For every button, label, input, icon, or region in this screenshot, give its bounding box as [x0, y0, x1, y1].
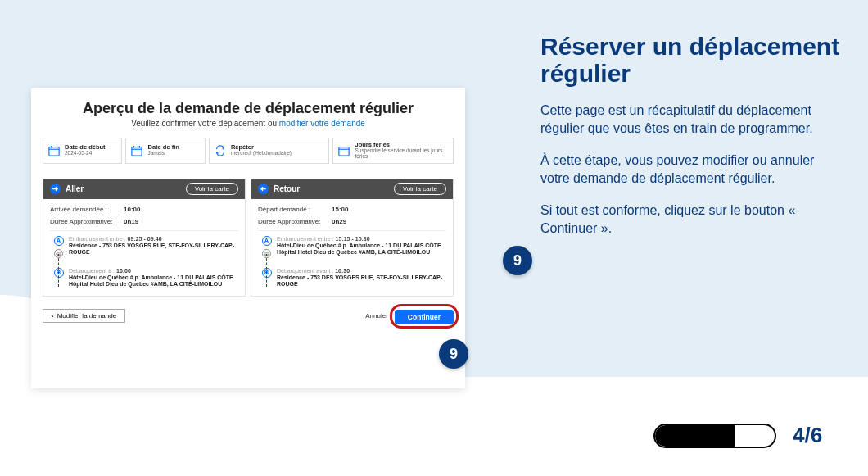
svg-point-14 [59, 254, 60, 255]
view-map-button[interactable]: Voir la carte [394, 183, 446, 195]
pager-text: 4/6 [793, 423, 822, 448]
trip-outbound: Aller Voir la carte Arrivée demandée :10… [43, 179, 246, 297]
trip-title: Aller [66, 184, 84, 193]
stop-place: Résidence - 753 DES VOSGES RUE, STE-FOY-… [277, 274, 446, 288]
page-title: Réserver un déplacement régulier [540, 33, 843, 87]
screenshot-subtitle: Veuillez confirmer votre déplacement ou … [39, 119, 457, 128]
svg-point-17 [267, 254, 268, 255]
svg-rect-10 [339, 147, 349, 156]
meta-repeat: Répéter mercredi (Hebdomadaire) [209, 138, 330, 164]
boarding-time: 09:25 - 09:40 [128, 236, 162, 242]
pager: 4/6 [653, 423, 850, 448]
route-line [266, 254, 267, 287]
modify-label: Modifier la demande [57, 312, 116, 320]
trip-title: Retour [274, 184, 300, 193]
meta-end-date: Date de fin Jamais [125, 138, 205, 164]
step-badge-9: 9 [503, 246, 532, 275]
repeat-icon [215, 145, 226, 156]
screenshot-footer: ‹Modifier la demande Annuler Continuer [39, 308, 457, 324]
stop-place: Hôtel-Dieu de Québec # p. Ambulance - 11… [277, 243, 446, 256]
alighting-label: Débarquement avant : [277, 268, 333, 274]
stop-place: Résidence - 753 DES VOSGES RUE, STE-FOY-… [69, 243, 238, 256]
alighting-time: 16:30 [335, 268, 350, 274]
meta-value: mercredi (Hebdomadaire) [231, 151, 292, 156]
slide-stage: Aperçu de la demande de déplacement régu… [0, 0, 868, 476]
continue-button[interactable]: Continuer [395, 310, 454, 324]
instruction-column: Réserver un déplacement régulier Cette p… [540, 33, 843, 252]
duration-label: Durée Approximative: [258, 218, 332, 225]
stop-a: A Embarquement entre : 09:25 - 09:40 Rés… [53, 236, 238, 263]
alighting-time: 10:00 [116, 268, 131, 274]
boarding-time: 15:15 - 15:30 [336, 236, 370, 242]
stop-b: B Débarquement à : 10:00 Hôtel-Dieu de Q… [53, 268, 238, 288]
trip-header: Aller Voir la carte [43, 179, 245, 199]
calendar-icon [131, 145, 142, 156]
instruction-paragraph: Cette page est un récapitulatif du dépla… [540, 102, 843, 137]
screenshot-title: Aperçu de la demande de déplacement régu… [39, 100, 457, 117]
modify-request-link[interactable]: modifier votre demande [279, 119, 365, 128]
app-screenshot: Aperçu de la demande de déplacement régu… [31, 88, 465, 388]
stop-b: B Débarquement avant : 16:30 Résidence -… [261, 268, 446, 288]
arrival-label: Arrivée demandée : [50, 206, 124, 213]
meta-value: Jamais [147, 151, 179, 156]
view-map-button[interactable]: Voir la carte [186, 183, 238, 195]
marker-a-icon: A [54, 236, 64, 246]
progress-pill [653, 424, 776, 448]
route-line [58, 254, 59, 287]
trip-return: Retour Voir la carte Départ demandé :15:… [251, 179, 454, 297]
svg-rect-4 [132, 147, 142, 156]
alighting-label: Débarquement à : [69, 268, 115, 274]
svg-rect-0 [49, 147, 59, 156]
boarding-label: Embarquement entre : [277, 236, 334, 242]
instruction-paragraph: Si tout est conforme, cliquez sur le bou… [540, 202, 843, 237]
arrow-right-icon [50, 184, 61, 194]
duration-value: 0h19 [124, 218, 138, 225]
progress-empty [735, 425, 775, 447]
cancel-link[interactable]: Annuler [365, 312, 388, 320]
instruction-paragraph: À cette étape, vous pouvez modifier ou a… [540, 152, 843, 187]
duration-label: Durée Approximative: [50, 218, 124, 225]
divider [50, 230, 238, 231]
modify-request-button[interactable]: ‹Modifier la demande [43, 309, 125, 323]
departure-value: 15:00 [332, 206, 348, 213]
continue-highlight-wrap: Continuer [395, 308, 454, 324]
stops-list: A Embarquement entre : 15:15 - 15:30 Hôt… [261, 236, 446, 288]
marker-a-icon: A [262, 236, 272, 246]
trips-row: Aller Voir la carte Arrivée demandée :10… [39, 179, 457, 297]
meta-value: 2024-05-24 [65, 151, 106, 156]
stop-a: A Embarquement entre : 15:15 - 15:30 Hôt… [261, 236, 446, 263]
meta-holidays: Jours fériés Suspendre le service durant… [332, 138, 454, 164]
arrow-left-icon [258, 184, 269, 194]
trip-header: Retour Voir la carte [251, 179, 453, 199]
departure-label: Départ demandé : [258, 206, 332, 213]
calendar-icon [48, 145, 60, 156]
stops-list: A Embarquement entre : 09:25 - 09:40 Rés… [53, 236, 238, 288]
summary-meta-row: Date de début 2024-05-24 Date de fin Jam… [39, 138, 457, 164]
meta-start-date: Date de début 2024-05-24 [43, 138, 122, 164]
step-badge-9: 9 [439, 339, 468, 369]
subtitle-prefix: Veuillez confirmer votre déplacement ou [131, 119, 279, 128]
progress-fill [655, 425, 735, 447]
stop-place: Hôtel-Dieu de Québec # p. Ambulance - 11… [69, 274, 238, 288]
boarding-label: Embarquement entre : [69, 236, 126, 242]
meta-value: Suspendre le service durant les jours fé… [355, 148, 448, 160]
divider [258, 230, 446, 231]
calendar-icon [338, 145, 350, 156]
duration-value: 0h29 [332, 218, 346, 225]
arrival-value: 10:00 [124, 206, 140, 213]
